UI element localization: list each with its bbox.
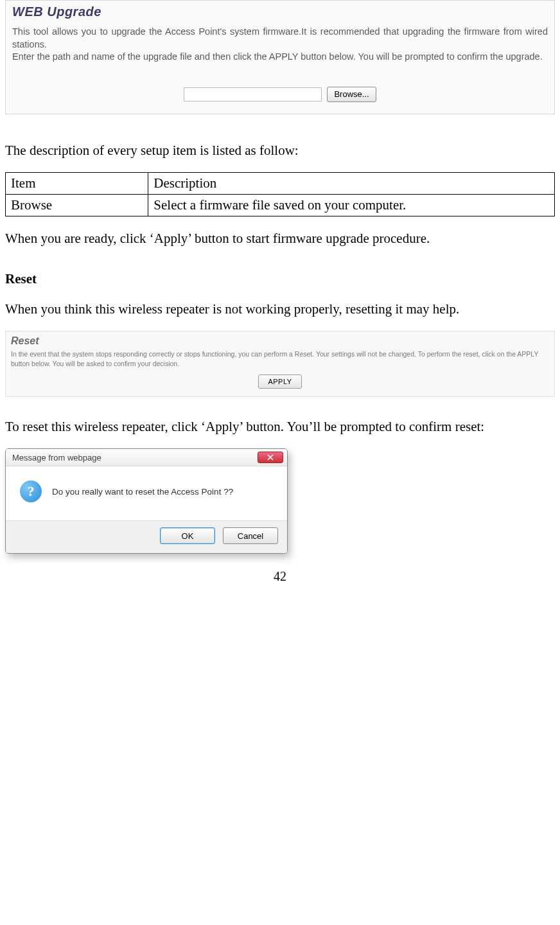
ok-button[interactable]: OK bbox=[160, 527, 215, 544]
dialog-titlebar: Message from webpage bbox=[6, 449, 287, 466]
table-row: Browse Select a firmware file saved on y… bbox=[6, 195, 555, 216]
table-header-row: Item Description bbox=[6, 173, 555, 195]
reset-panel-description: In the event that the system stops respo… bbox=[11, 349, 549, 367]
apply-instruction-text: When you are ready, click ‘Apply’ button… bbox=[5, 228, 555, 249]
file-select-row: Browse... bbox=[12, 87, 548, 102]
web-upgrade-panel: WEB Upgrade This tool allows you to upgr… bbox=[5, 0, 555, 114]
reset-panel-title: Reset bbox=[11, 335, 549, 347]
reset-heading: Reset bbox=[5, 271, 555, 287]
description-table: Item Description Browse Select a firmwar… bbox=[5, 172, 555, 216]
reset-confirm-text: To reset this wireless repeater, click ‘… bbox=[5, 416, 555, 437]
apply-button[interactable]: APPLY bbox=[258, 374, 301, 389]
reset-apply-row: APPLY bbox=[11, 374, 549, 389]
close-icon bbox=[267, 453, 274, 463]
dialog-title: Message from webpage bbox=[12, 453, 101, 463]
table-cell-desc: Select a firmware file saved on your com… bbox=[148, 195, 555, 216]
dialog-message: Do you really want to reset the Access P… bbox=[52, 487, 233, 497]
dialog-body: ? Do you really want to reset the Access… bbox=[6, 466, 287, 520]
close-button[interactable] bbox=[258, 452, 283, 463]
table-header-description: Description bbox=[148, 173, 555, 195]
cancel-button[interactable]: Cancel bbox=[223, 527, 278, 544]
question-icon: ? bbox=[20, 480, 42, 502]
intro-text: The description of every setup item is l… bbox=[5, 140, 555, 161]
browse-button[interactable]: Browse... bbox=[327, 87, 376, 102]
web-upgrade-description: This tool allows you to upgrade the Acce… bbox=[12, 26, 548, 64]
table-header-item: Item bbox=[6, 173, 148, 195]
dialog-footer: OK Cancel bbox=[6, 520, 287, 553]
reset-panel: Reset In the event that the system stops… bbox=[5, 331, 555, 396]
table-cell-item: Browse bbox=[6, 195, 148, 216]
web-upgrade-title: WEB Upgrade bbox=[12, 4, 548, 19]
file-path-input[interactable] bbox=[184, 87, 322, 101]
page-number: 42 bbox=[5, 569, 555, 584]
reset-intro-text: When you think this wireless repeater is… bbox=[5, 299, 555, 320]
confirm-dialog: Message from webpage ? Do you really wan… bbox=[5, 448, 288, 554]
